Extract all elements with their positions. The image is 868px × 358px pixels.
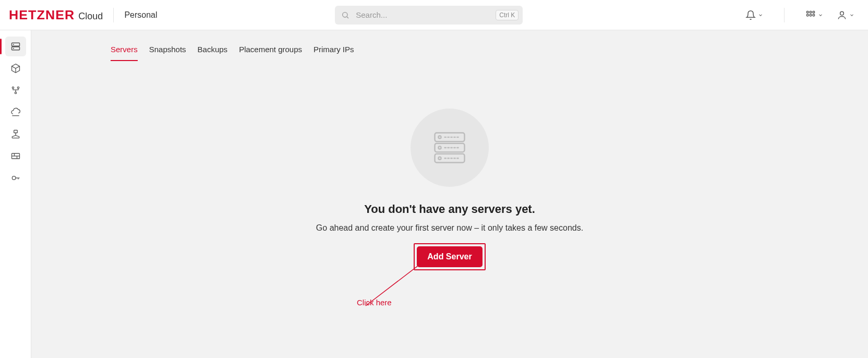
cloud-icon [10,107,21,117]
svg-point-8 [840,11,844,15]
svg-point-0 [343,12,347,17]
key-icon [10,173,21,183]
tab-placement-groups[interactable]: Placement groups [239,42,302,61]
sidebar-item-floating-ips[interactable] [5,102,26,122]
chevron-down-icon [849,13,854,18]
svg-rect-4 [813,11,814,13]
sidebar-item-networks[interactable] [5,124,26,144]
tab-servers[interactable]: Servers [111,42,138,61]
svg-rect-6 [810,14,811,16]
apps-button[interactable] [802,7,826,23]
sidebar-item-servers[interactable] [5,37,26,56]
servers-stack-icon [430,128,469,168]
apps-grid-icon [805,10,816,20]
sidebar-item-volumes[interactable] [5,58,26,78]
empty-subtitle: Go ahead and create your first server no… [316,223,583,233]
separator [113,8,114,22]
project-selector[interactable]: Personal [124,10,157,20]
svg-rect-2 [807,11,809,13]
svg-line-1 [347,17,348,18]
svg-rect-16 [14,130,17,133]
annotation-label: Click here [357,298,392,307]
search-shortcut-badge: Ctrl K [496,10,519,20]
annotation-highlight: Add Server [414,243,485,270]
svg-rect-3 [810,11,811,13]
chevron-down-icon [818,13,823,18]
sidebar [0,30,31,358]
empty-title: You don't have any servers yet. [364,202,535,216]
search-wrap: Ctrl K [335,6,523,25]
svg-point-22 [438,136,441,138]
firewall-icon [10,151,21,161]
empty-illustration [411,109,489,187]
svg-point-18 [12,176,16,180]
load-balancer-icon [10,85,21,96]
svg-point-24 [438,157,441,160]
separator [784,8,785,22]
svg-rect-10 [11,47,19,50]
account-button[interactable] [834,7,858,23]
svg-point-13 [12,87,14,88]
network-icon [10,129,21,139]
server-icon [10,41,21,52]
search-icon [341,11,349,19]
brand[interactable]: HETZNER Cloud [10,8,103,22]
svg-rect-9 [11,43,19,46]
chevron-down-icon [758,13,763,18]
topbar: HETZNER Cloud Personal Ctrl K [0,0,868,30]
svg-rect-7 [813,14,814,16]
svg-point-23 [438,146,441,149]
svg-rect-5 [807,14,809,16]
bell-icon [745,10,756,20]
notifications-button[interactable] [742,7,766,23]
sidebar-item-firewalls[interactable] [5,146,26,166]
main-region: Servers Snapshots Backups Placement grou… [31,30,868,358]
user-icon [837,10,847,20]
add-server-button[interactable]: Add Server [417,246,482,267]
brand-logo: HETZNER [9,8,75,22]
svg-point-14 [17,87,19,88]
tab-primary-ips[interactable]: Primary IPs [314,42,354,61]
empty-state: You don't have any servers yet. Go ahead… [111,109,789,270]
topbar-right [742,7,858,23]
svg-point-15 [15,92,16,93]
tabs: Servers Snapshots Backups Placement grou… [111,42,789,62]
brand-suffix: Cloud [78,11,103,22]
tab-snapshots[interactable]: Snapshots [149,42,186,61]
sidebar-item-load-balancers[interactable] [5,80,26,100]
cube-icon [10,63,21,74]
tab-backups[interactable]: Backups [198,42,228,61]
search-input[interactable] [335,6,523,25]
sidebar-item-security[interactable] [5,168,26,188]
